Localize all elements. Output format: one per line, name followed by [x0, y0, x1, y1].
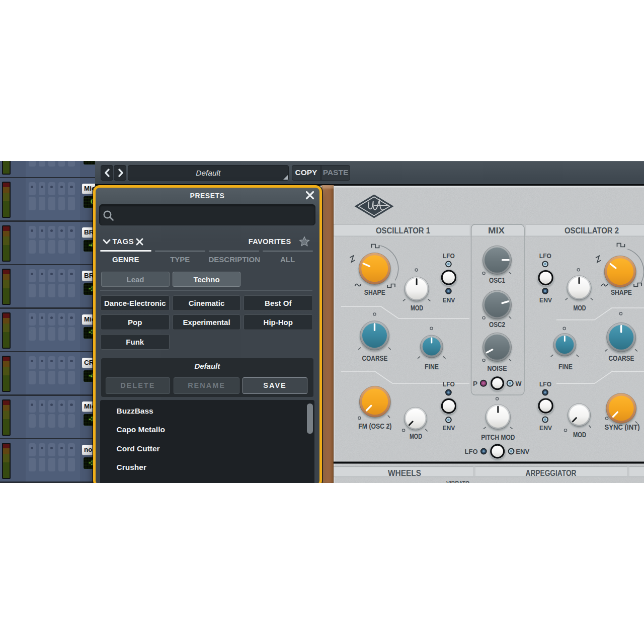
svg-text:LFO: LFO [443, 252, 455, 259]
svg-text:NOISE: NOISE [488, 363, 507, 372]
svg-text:PITCH MOD: PITCH MOD [481, 432, 515, 441]
svg-text:COARSE: COARSE [609, 354, 634, 362]
svg-text:ENV: ENV [442, 296, 455, 303]
svg-text:SHAPE: SHAPE [364, 287, 385, 296]
svg-text:MOD: MOD [410, 431, 422, 440]
svg-text:FINE: FINE [425, 362, 439, 370]
svg-text:WHEELS: WHEELS [388, 468, 421, 477]
svg-text:LFO: LFO [465, 447, 478, 455]
svg-text:MOD: MOD [573, 430, 586, 438]
svg-text:MOD: MOD [574, 303, 586, 312]
svg-text:ENV: ENV [442, 424, 455, 431]
svg-text:P: P [473, 379, 477, 387]
svg-text:ENV: ENV [539, 424, 552, 431]
svg-text:OSCILLATOR 2: OSCILLATOR 2 [565, 226, 619, 234]
svg-text:W: W [516, 379, 522, 387]
svg-text:OSC1: OSC1 [489, 276, 505, 284]
svg-text:ARPEGGIATOR: ARPEGGIATOR [526, 468, 577, 477]
svg-text:OSCILLATOR 1: OSCILLATOR 1 [376, 226, 430, 234]
svg-text:COARSE: COARSE [362, 354, 387, 362]
svg-text:LFO: LFO [443, 380, 455, 387]
svg-text:SHAPE: SHAPE [611, 287, 632, 296]
svg-text:FINE: FINE [558, 362, 573, 370]
svg-text:ENV: ENV [516, 447, 529, 455]
svg-text:LFO: LFO [539, 252, 551, 259]
svg-text:VIBRATO: VIBRATO [446, 479, 469, 484]
svg-text:SYNC (INT): SYNC (INT) [605, 422, 640, 431]
svg-text:ENV: ENV [539, 296, 552, 303]
svg-text:LFO: LFO [539, 380, 551, 387]
svg-text:OSC2: OSC2 [489, 320, 505, 329]
svg-text:MIX: MIX [488, 226, 505, 234]
svg-text:MOD: MOD [411, 303, 423, 312]
svg-text:FM (OSC 2): FM (OSC 2) [358, 421, 391, 430]
